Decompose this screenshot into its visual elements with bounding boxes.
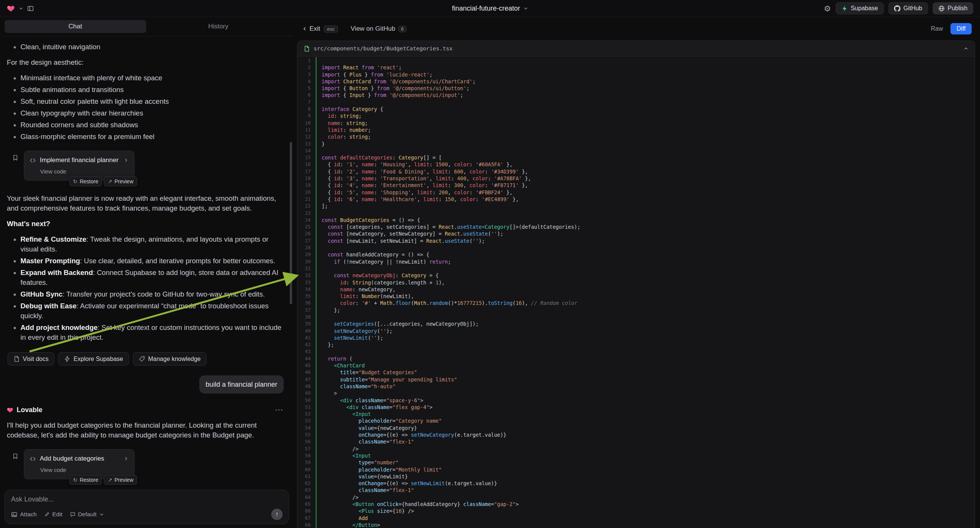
raw-button[interactable]: Raw (927, 23, 947, 35)
code-text: const [categories, setCategories] = Reac… (315, 223, 975, 230)
code-line: 8interface Category { (298, 106, 975, 113)
code-line: 49 > (298, 390, 975, 396)
code-text: color: string; (315, 133, 975, 140)
code-change-card[interactable]: Implement financial planner View code ↻R… (24, 151, 134, 181)
send-button[interactable]: ↑ (271, 509, 283, 520)
list-item: Rounded corners and subtle shadows (21, 120, 284, 130)
user-message-row: build a financial planner (7, 375, 284, 394)
more-options-icon[interactable]: ⋯ (275, 405, 284, 415)
line-number: 19 (298, 182, 315, 189)
line-number: 51 (298, 404, 315, 410)
code-line: 54 value={newCategory} (298, 425, 975, 431)
esc-shortcut: esc (324, 25, 337, 33)
diff-button[interactable]: Diff (950, 23, 972, 35)
lovable-heart-logo-icon[interactable] (7, 5, 15, 13)
restore-button[interactable]: ↻Restore (69, 177, 102, 186)
view-code-link[interactable]: View code (40, 167, 129, 177)
code-line: 36 color: '#' + Math.floor(Math.random()… (298, 300, 975, 307)
code-text: placeholder="Monthly limit" (315, 466, 975, 473)
code-line: 44 return ( (298, 355, 975, 362)
bookmark-icon[interactable] (12, 154, 19, 161)
preview-button[interactable]: ↗Preview (104, 475, 137, 485)
edit-button[interactable]: Edit (45, 511, 62, 518)
line-number: 67 (298, 515, 315, 522)
line-number: 8 (298, 106, 315, 113)
code-text: </Button> (315, 522, 975, 528)
restore-label: Restore (80, 477, 98, 483)
code-line: 63 className="flex-1" (298, 487, 975, 493)
chevron-up-icon[interactable] (963, 46, 969, 51)
chevron-down-icon[interactable] (19, 6, 24, 11)
mode-selector[interactable]: Default (70, 511, 104, 518)
gear-icon[interactable]: ⚙ (824, 5, 831, 13)
line-number: 46 (298, 369, 315, 376)
code-text: title="Budget Categories" (315, 369, 975, 376)
whats-next-heading: What's next? (7, 219, 284, 229)
code-text: name: newCategory, (315, 286, 975, 293)
view-code-link[interactable]: View code (40, 465, 129, 475)
code-text: const handleAddCategory = () => { (315, 251, 975, 258)
pencil-icon (45, 512, 49, 517)
line-number: 63 (298, 487, 315, 493)
bookmark-icon[interactable] (12, 453, 19, 460)
sidebar-toggle-icon[interactable] (27, 5, 34, 12)
code-line: 60 placeholder="Monthly limit" (298, 466, 975, 473)
chevron-right-icon (124, 157, 129, 163)
visit-docs-button[interactable]: Visit docs (8, 352, 54, 366)
preview-button[interactable]: ↗Preview (104, 177, 137, 186)
exit-button[interactable]: Exit (302, 25, 320, 33)
explore-supabase-label: Explore Supabase (73, 356, 123, 363)
project-switcher[interactable]: financial-future-creator (452, 0, 528, 17)
code-text: <ChartCard (315, 362, 975, 369)
chat-input[interactable] (11, 495, 283, 503)
tab-chat[interactable]: Chat (5, 20, 146, 33)
code-line: 18 { id: '3', name: 'Transportation', li… (298, 175, 975, 182)
code-lines[interactable]: 1 2import React from 'react';3import { P… (298, 56, 975, 528)
code-line: 13} (298, 140, 975, 147)
card-toolbar: ↻Restore ↗Preview (69, 475, 137, 485)
file-header[interactable]: src/components/budget/BudgetCategories.t… (298, 41, 975, 56)
chat-scroll-area[interactable]: Clean, intuitive navigation For the desi… (0, 37, 294, 487)
code-text: ]; (315, 203, 975, 210)
chat-tabs: Chat History (0, 17, 294, 37)
code-text (315, 210, 975, 217)
supabase-button[interactable]: Supabase (836, 2, 884, 14)
composer-toolbar: Attach Edit Default ↑ (11, 509, 283, 520)
manage-knowledge-label: Manage knowledge (148, 356, 201, 363)
list-item: Glass-morphic elements for a premium fee… (21, 132, 284, 142)
code-change-card[interactable]: Add budget categories View code ↻Restore… (24, 449, 134, 479)
assistant-header: Lovable ⋯ (7, 405, 284, 415)
attach-button[interactable]: Attach (11, 511, 37, 518)
code-line: 6import { Input } from '@/components/ui/… (298, 92, 975, 99)
card-header: Add budget categories (30, 454, 129, 464)
view-on-github-link[interactable]: View on GitHub 6 (351, 25, 406, 33)
code-text: limit: number; (315, 127, 975, 133)
code-line: 55 onChange={(e) => setNewCategory(e.tar… (298, 431, 975, 438)
code-text (315, 99, 975, 106)
code-text: import { Button } from '@/components/ui/… (315, 85, 975, 92)
code-line: 51 <div className="flex gap-4"> (298, 404, 975, 410)
aesthetic-heading: For the design aesthetic: (7, 57, 284, 67)
tab-history[interactable]: History (148, 20, 290, 33)
line-number: 50 (298, 397, 315, 404)
line-number: 2 (298, 64, 315, 71)
assistant-intro: I'll help you add budget categories to t… (7, 420, 284, 440)
code-line: 68 </Button> (298, 522, 975, 528)
supabase-bolt-icon (64, 356, 70, 362)
chat-scrollbar[interactable] (290, 142, 292, 304)
publish-button[interactable]: Publish (933, 2, 973, 14)
line-number: 36 (298, 300, 315, 307)
restore-button[interactable]: ↻Restore (69, 475, 102, 485)
code-text: const [newLimit, setNewLimit] = React.us… (315, 237, 975, 244)
explore-supabase-button[interactable]: Explore Supabase (58, 352, 129, 366)
github-button[interactable]: GitHub (888, 2, 928, 14)
manage-knowledge-button[interactable]: Manage knowledge (133, 352, 207, 366)
code-icon (30, 456, 36, 462)
line-number: 16 (298, 161, 315, 168)
code-line: 30 if (!newCategory || !newLimit) return… (298, 258, 975, 265)
line-number: 27 (298, 237, 315, 244)
code-text: } (315, 140, 975, 147)
line-number: 24 (298, 217, 315, 223)
code-text: id: String(categories.length + 1), (315, 279, 975, 286)
card-header: Implement financial planner (30, 155, 129, 165)
